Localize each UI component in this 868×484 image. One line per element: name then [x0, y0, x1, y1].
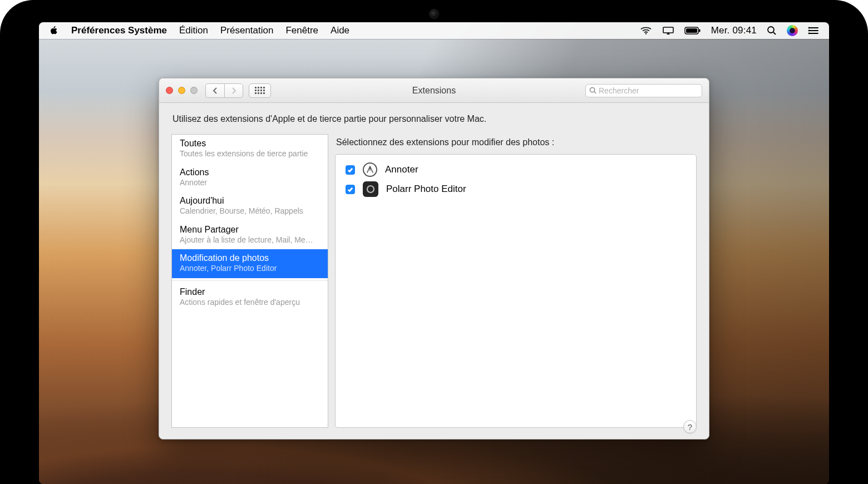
- titlebar[interactable]: Extensions: [159, 78, 709, 103]
- help-glyph: ?: [688, 422, 692, 432]
- sidebar-item-title: Toutes: [180, 138, 320, 149]
- svg-point-5: [768, 27, 774, 33]
- nav-back-forward: [205, 83, 243, 98]
- search-field[interactable]: [585, 84, 702, 97]
- help-button[interactable]: ?: [683, 420, 697, 433]
- sidebar-item-finder[interactable]: Finder Actions rapides et fenêtre d'aper…: [172, 283, 328, 312]
- search-input[interactable]: [599, 86, 698, 95]
- sidebar-item-subtitle: Actions rapides et fenêtre d'aperçu: [180, 298, 320, 308]
- sidebar-item-title: Aujourd'hui: [180, 195, 320, 206]
- detail-heading: Sélectionnez des extensions pour modifie…: [336, 137, 696, 147]
- notification-center-icon[interactable]: [808, 27, 819, 34]
- menu-aide[interactable]: Aide: [331, 25, 349, 36]
- checkbox-polarr[interactable]: [346, 185, 355, 194]
- forward-button[interactable]: [224, 83, 243, 98]
- extensions-list: Annoter Polarr Photo Editor: [335, 154, 697, 428]
- zoom-traffic-light[interactable]: [190, 87, 198, 94]
- battery-icon[interactable]: [684, 27, 701, 34]
- camera: [430, 10, 438, 18]
- checkbox-annoter[interactable]: [346, 165, 355, 175]
- sidebar-item-modification-de-photos[interactable]: Modification de photos Annoter, Polarr P…: [172, 249, 328, 278]
- sidebar-item-toutes[interactable]: Toutes Toutes les extensions de tierce p…: [172, 135, 328, 164]
- svg-point-15: [367, 186, 374, 192]
- app-name[interactable]: Préférences Système: [71, 25, 167, 36]
- laptop-frame: Préférences Système Édition Présentation…: [0, 0, 868, 484]
- wifi-icon[interactable]: [640, 26, 652, 35]
- grid-icon: [255, 87, 265, 94]
- menu-edition[interactable]: Édition: [179, 25, 208, 36]
- extension-row-annoter: Annoter: [346, 160, 686, 179]
- extension-label: Polarr Photo Editor: [386, 184, 466, 195]
- svg-point-11: [809, 31, 810, 31]
- search-icon: [589, 87, 596, 94]
- preferences-window: Extensions Utilisez des extensions d'App…: [159, 78, 709, 439]
- svg-point-10: [809, 28, 810, 28]
- sidebar-separator: [172, 280, 328, 281]
- sidebar-item-menu-partager[interactable]: Menu Partager Ajouter à la liste de lect…: [172, 221, 328, 250]
- sidebar-item-title: Menu Partager: [180, 224, 320, 235]
- sidebar-item-actions[interactable]: Actions Annoter: [172, 164, 328, 192]
- apple-menu-icon[interactable]: [49, 26, 59, 36]
- back-button[interactable]: [205, 83, 224, 98]
- svg-rect-4: [699, 29, 701, 32]
- menubar: Préférences Système Édition Présentation…: [39, 22, 829, 39]
- check-icon: [347, 167, 353, 173]
- sidebar-item-subtitle: Toutes les extensions de tierce partie: [180, 149, 320, 159]
- spotlight-icon[interactable]: [767, 26, 777, 36]
- polarr-app-icon: [363, 181, 378, 197]
- sidebar-item-title: Finder: [180, 287, 320, 298]
- sidebar-item-title: Modification de photos: [180, 253, 320, 264]
- svg-point-13: [590, 87, 594, 92]
- detail-panel: Sélectionnez des extensions pour modifie…: [335, 134, 697, 428]
- svg-rect-1: [663, 27, 673, 33]
- close-traffic-light[interactable]: [166, 87, 173, 94]
- menu-presentation[interactable]: Présentation: [220, 25, 273, 36]
- svg-line-6: [773, 32, 776, 34]
- show-all-button[interactable]: [249, 83, 271, 98]
- categories-sidebar: Toutes Toutes les extensions de tierce p…: [171, 134, 328, 428]
- airplay-icon[interactable]: [662, 26, 674, 35]
- menu-fenetre[interactable]: Fenêtre: [285, 25, 318, 36]
- check-icon: [347, 186, 353, 192]
- sidebar-item-subtitle: Calendrier, Bourse, Météo, Rappels: [180, 206, 320, 216]
- sidebar-item-subtitle: Ajouter à la liste de lecture, Mail, Me…: [180, 235, 320, 245]
- extension-label: Annoter: [385, 164, 418, 175]
- extension-row-polarr: Polarr Photo Editor: [346, 179, 686, 199]
- svg-rect-3: [686, 28, 697, 33]
- sidebar-item-aujourdhui[interactable]: Aujourd'hui Calendrier, Bourse, Météo, R…: [172, 192, 328, 221]
- window-body: Utilisez des extensions d'Apple et de ti…: [159, 103, 709, 439]
- description-text: Utilisez des extensions d'Apple et de ti…: [172, 114, 696, 124]
- menubar-clock[interactable]: Mer. 09:41: [711, 25, 757, 36]
- window-controls: [166, 87, 198, 94]
- annoter-app-icon: [363, 162, 377, 177]
- sidebar-item-subtitle: Annoter, Polarr Photo Editor: [180, 264, 320, 274]
- screen: Préférences Système Édition Présentation…: [39, 22, 829, 484]
- svg-point-0: [645, 33, 646, 34]
- svg-point-12: [809, 33, 810, 34]
- minimize-traffic-light[interactable]: [178, 87, 185, 94]
- sidebar-item-title: Actions: [180, 167, 320, 178]
- sidebar-item-subtitle: Annoter: [180, 178, 320, 188]
- siri-icon[interactable]: [787, 25, 798, 36]
- svg-line-14: [594, 92, 596, 93]
